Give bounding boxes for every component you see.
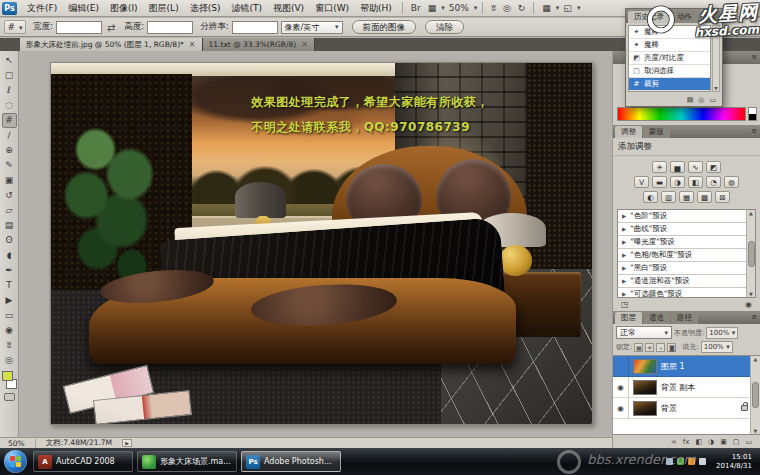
layer-row-background[interactable]: ◉ 背景 (613, 398, 760, 419)
close-icon[interactable]: × (301, 40, 308, 49)
fill-field[interactable]: 100%▾ (701, 341, 733, 353)
levels-icon[interactable]: ▅ (670, 161, 685, 173)
new-snapshot-icon[interactable]: ◎ (698, 96, 704, 104)
move-tool[interactable]: ↖ (2, 53, 17, 68)
scrollbar[interactable]: ▲▼ (750, 356, 760, 434)
rotate-3d-tool[interactable]: ◉ (2, 323, 17, 338)
document-tab[interactable]: 11.txt @ 33.3%(RGB/8) × (203, 38, 315, 51)
add-mask-icon[interactable]: ◧ (695, 438, 702, 446)
panel-menu-icon[interactable]: ≡ (751, 313, 757, 321)
type-tool[interactable]: T (2, 278, 17, 293)
invert-icon[interactable]: ◐ (643, 191, 658, 203)
shape-tool[interactable]: ▭ (2, 308, 17, 323)
dodge-tool[interactable]: ◖ (2, 248, 17, 263)
menu-image[interactable]: 图像(I) (105, 2, 143, 15)
color-spectrum-ramp[interactable] (617, 107, 746, 121)
tab-actions[interactable]: 动作 (671, 11, 698, 23)
link-layers-icon[interactable]: ∞ (671, 438, 677, 446)
layer-row-background-copy[interactable]: ◉ 背景 副本 (613, 377, 760, 398)
black-white-icon[interactable]: ◧ (688, 176, 703, 188)
canvas-area[interactable]: 效果图处理完成了，希望大家能有所收获， 不明之处请联系我，QQ:97078673… (19, 51, 612, 437)
history-brush-tool[interactable]: ↺ (2, 188, 17, 203)
history-step-deselect[interactable]: ▢取消选择 (629, 65, 710, 78)
document-tab-active[interactable]: 形象大床处理前.jpg @ 50% (图层 1, RGB/8)* × (20, 38, 203, 51)
tab-channels[interactable]: 通道 (643, 312, 670, 324)
menu-select[interactable]: 选择(S) (185, 2, 226, 15)
preset-levels[interactable]: ▶"色阶"预设 (618, 210, 755, 223)
tab-paths[interactable]: 路径 (671, 312, 698, 324)
visibility-toggle[interactable] (613, 356, 629, 377)
quick-selection-tool[interactable]: ◌ (2, 98, 17, 113)
posterize-icon[interactable]: ▥ (661, 191, 676, 203)
arrange-documents-icon[interactable]: ▦ (539, 3, 554, 13)
threshold-icon[interactable]: ▦ (679, 191, 694, 203)
view-extras-icon[interactable]: ▦ (425, 3, 440, 13)
swap-dimensions-icon[interactable]: ⇄ (107, 22, 115, 33)
layer-style-icon[interactable]: fx (683, 438, 690, 446)
blend-mode-select[interactable]: 正常▾ (616, 326, 672, 339)
taskbar-button-autocad[interactable]: A AutoCAD 2008 (33, 451, 133, 472)
new-adjustment-icon[interactable]: ◑ (708, 438, 714, 446)
exposure-icon[interactable]: ◩ (706, 161, 721, 173)
height-input[interactable] (147, 21, 193, 34)
tab-masks[interactable]: 蒙版 (643, 126, 670, 138)
zoom-icon[interactable]: ◎ (500, 3, 514, 13)
resolution-unit-select[interactable]: 像素/英寸▾ (281, 21, 343, 34)
tab-adjustments[interactable]: 调整 (615, 126, 642, 138)
gradient-tool[interactable]: ▤ (2, 218, 17, 233)
preset-black-white[interactable]: ▶"黑白"预设 (618, 262, 755, 275)
bridge-button[interactable]: Br (408, 3, 424, 13)
return-to-list-icon[interactable]: ◳ (621, 300, 629, 309)
new-document-from-state-icon[interactable]: ▤ (687, 96, 694, 104)
menu-help[interactable]: 帮助(H) (355, 2, 397, 15)
menu-edit[interactable]: 编辑(E) (63, 2, 104, 15)
new-layer-icon[interactable]: ▢ (733, 438, 740, 446)
foreground-color-swatch[interactable] (2, 371, 13, 381)
color-ramp-bw-swatch[interactable] (748, 107, 757, 121)
photoshop-logo-icon[interactable]: Ps (2, 2, 17, 15)
eye-icon[interactable]: ◉ (613, 377, 629, 398)
layer-row-layer1[interactable]: 图层 1 (613, 356, 760, 377)
scrollbar[interactable]: ▲▼ (746, 210, 755, 297)
zoom-level-dropdown[interactable]: 50% (446, 3, 472, 13)
width-input[interactable] (56, 21, 102, 34)
opacity-field[interactable]: 100%▾ (706, 327, 738, 339)
history-step-brightness-contrast[interactable]: ◩亮度/对比度 (629, 52, 710, 65)
lock-pixels-icon[interactable]: ✛ (645, 343, 654, 352)
photo-filter-icon[interactable]: ◔ (706, 176, 721, 188)
eye-icon[interactable]: ◉ (613, 398, 629, 419)
curves-icon[interactable]: ∿ (688, 161, 703, 173)
tab-layers[interactable]: 图层 (615, 312, 642, 324)
lock-transparency-icon[interactable]: ▦ (634, 343, 643, 352)
tray-update-icon[interactable] (688, 458, 695, 465)
taskbar-button-photoshop[interactable]: Ps Adobe Photosh... (241, 451, 341, 472)
hand-tool[interactable]: ʬ (2, 338, 17, 353)
blur-tool[interactable]: ʘ (2, 233, 17, 248)
zoom-field[interactable]: 50% (8, 439, 36, 448)
layer-thumbnail[interactable] (633, 401, 657, 416)
preset-channel-mixer[interactable]: ▶"通道混和器"预设 (618, 275, 755, 288)
hand-icon[interactable]: ʬ (488, 3, 499, 13)
preset-selective-color[interactable]: ▶"可选颜色"预设 (618, 288, 755, 298)
canvas-image[interactable]: 效果图处理完成了，希望大家能有所收获， 不明之处请联系我，QQ:97078673… (50, 62, 593, 425)
selective-color-icon[interactable]: ⊠ (715, 191, 730, 203)
layer-thumbnail[interactable] (633, 359, 657, 374)
front-image-button[interactable]: 前面的图像 (352, 20, 417, 34)
quick-mask-icon[interactable] (4, 393, 15, 401)
menu-file[interactable]: 文件(F) (22, 2, 62, 15)
lock-all-icon[interactable]: ◙ (667, 343, 676, 352)
menu-view[interactable]: 视图(V) (268, 2, 309, 15)
history-step-magic-wand[interactable]: ✦魔棒 (629, 39, 710, 52)
close-icon[interactable]: × (189, 40, 196, 49)
expand-panel-icon[interactable]: ◉ (745, 300, 752, 309)
crop-tool-preset-icon[interactable]: # ▾ (4, 20, 26, 34)
channel-mixer-icon[interactable]: ◍ (724, 176, 739, 188)
tray-security-icon[interactable] (677, 458, 684, 465)
brightness-contrast-icon[interactable]: ☀ (652, 161, 667, 173)
panel-menu-icon[interactable]: ≡ (751, 53, 757, 61)
marquee-tool[interactable]: ▢ (2, 68, 17, 83)
menu-layer[interactable]: 图层(L) (144, 2, 184, 15)
gradient-map-icon[interactable]: ▩ (697, 191, 712, 203)
path-selection-tool[interactable]: ▶ (2, 293, 17, 308)
vibrance-icon[interactable]: V (634, 176, 649, 188)
